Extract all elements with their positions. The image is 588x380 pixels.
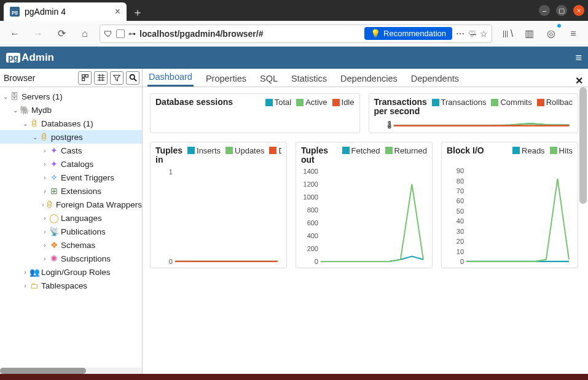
query-tool-button[interactable] [78, 71, 92, 85]
chevron-down-icon[interactable]: ⌄ [31, 134, 39, 141]
legend-swatch [537, 99, 544, 106]
tree-row-publications[interactable]: › 📡 Publications [0, 225, 142, 238]
tree-row-postgres[interactable]: ⌄ 🛢 postgres [0, 130, 142, 144]
view-data-button[interactable] [94, 71, 108, 85]
scrollbar-thumb[interactable] [0, 368, 86, 374]
catalogs-icon: ✦ [49, 159, 59, 169]
chevron-right-icon[interactable]: › [41, 242, 49, 249]
sidebar-toggle-icon[interactable]: ▥ [520, 25, 538, 42]
database-icon: 🛢 [29, 119, 39, 128]
pgadmin-logo[interactable]: pgAdmin [6, 52, 54, 64]
casts-icon: ✦ [49, 145, 59, 155]
legend-label: Commits [500, 98, 531, 107]
chevron-down-icon[interactable]: ⌄ [1, 93, 10, 100]
legend-swatch [265, 99, 273, 106]
chevron-right-icon[interactable]: › [41, 228, 49, 235]
panel-tuples-in: Tuples in Inserts Updates Deletes 01 [150, 142, 287, 268]
connection-icon[interactable]: ⊶ [128, 29, 136, 38]
nav-reload-button[interactable]: ⟳ [53, 25, 70, 42]
window-close-button[interactable]: × [573, 5, 584, 16]
tree-row-fdw[interactable]: › 🛢 Foreign Data Wrappers [0, 198, 142, 211]
panel-legend: Transactions Commits Rollbacks [432, 98, 573, 107]
tree-label: Tablespaces [41, 281, 87, 290]
tab-close-icon[interactable]: × [115, 7, 120, 17]
nav-forward-button[interactable]: → [29, 25, 47, 42]
window-maximize-button[interactable]: ▢ [556, 5, 567, 16]
scrollbar-thumb[interactable] [579, 87, 587, 204]
shield-icon[interactable]: 🛡 [104, 29, 112, 39]
sidebar-horizontal-scrollbar[interactable] [0, 368, 142, 374]
object-tree[interactable]: ⌄ 🗄 Servers (1) ⌄ 🐘 Mydb ⌄ 🛢 Databases (… [0, 87, 142, 368]
nav-back-button[interactable]: ← [6, 25, 23, 42]
svg-text:40: 40 [457, 217, 464, 225]
tree-row-login-roles[interactable]: › 👥 Login/Group Roles [0, 265, 142, 279]
tree-row-schemas[interactable]: › ❖ Schemas [0, 238, 142, 252]
chevron-down-icon[interactable]: ⌄ [11, 107, 20, 114]
tab-dashboard[interactable]: Dashboard [147, 69, 194, 87]
tab-dependencies[interactable]: Dependencies [339, 71, 399, 87]
panel-title: Tuples in [155, 146, 185, 165]
svg-text:80: 80 [457, 177, 464, 184]
window-controls: – ▢ × [539, 0, 584, 21]
library-icon[interactable]: ⫼\ [498, 25, 515, 42]
chevron-right-icon[interactable]: › [41, 215, 49, 222]
svg-text:1: 1 [169, 119, 173, 130]
browser-tab-title: pgAdmin 4 [25, 7, 66, 17]
legend-label: Updates [235, 146, 264, 155]
tree-row-servers[interactable]: ⌄ 🗄 Servers (1) [0, 90, 142, 103]
chevron-down-icon[interactable]: ⌄ [21, 120, 29, 127]
chevron-right-icon[interactable]: › [41, 188, 49, 195]
app-menu-icon[interactable]: ≡ [565, 25, 582, 42]
chevron-right-icon[interactable]: › [21, 269, 29, 276]
bookmark-star-icon[interactable]: ☆ [480, 29, 488, 39]
tab-dependents[interactable]: Dependents [410, 71, 460, 87]
legend-label: Hits [559, 146, 573, 155]
recommendation-button[interactable]: 💡 Recommendation [364, 27, 452, 40]
svg-point-0 [130, 75, 134, 79]
server-group-icon: 🗄 [10, 92, 20, 101]
tree-row-mydb[interactable]: ⌄ 🐘 Mydb [0, 103, 142, 117]
tree-row-catalogs[interactable]: › ✦ Catalogs [0, 157, 142, 171]
tree-row-tablespaces[interactable]: › 🗀 Tablespaces [0, 279, 142, 292]
tree-label: Login/Group Roles [41, 268, 111, 277]
chevron-right-icon[interactable]: › [41, 147, 49, 154]
filter-button[interactable] [110, 71, 123, 85]
chevron-right-icon[interactable]: › [21, 282, 29, 289]
page-info-icon[interactable] [116, 29, 125, 38]
svg-text:30: 30 [457, 227, 464, 235]
chevron-right-icon[interactable]: › [41, 174, 49, 181]
tree-row-event-triggers[interactable]: › ✧ Event Triggers [0, 171, 142, 184]
svg-text:70: 70 [457, 187, 464, 195]
tab-statistics[interactable]: Statistics [290, 71, 328, 87]
legend-swatch [342, 147, 350, 154]
legend-swatch [385, 147, 393, 154]
search-button[interactable] [126, 71, 139, 85]
chevron-right-icon[interactable]: › [41, 255, 49, 262]
chevron-right-icon[interactable]: › [41, 161, 49, 168]
tree-row-subscriptions[interactable]: › ✺ Subscriptions [0, 252, 142, 265]
chevron-right-icon[interactable]: › [41, 201, 45, 208]
dashboard-vertical-scrollbar[interactable] [579, 87, 587, 374]
tree-row-extensions[interactable]: › ⊞ Extensions [0, 184, 142, 198]
url-bar[interactable]: 🛡 ⊶ localhost/pgadmin4/browser/# 💡 Recom… [100, 25, 492, 43]
pgadmin-menu-icon[interactable]: ≡ [575, 52, 582, 64]
tablespaces-icon: 🗀 [29, 281, 39, 290]
window-minimize-button[interactable]: – [539, 5, 550, 16]
tab-properties[interactable]: Properties [205, 71, 248, 87]
reader-mode-icon[interactable]: ♡̶ [468, 29, 476, 39]
tree-row-languages[interactable]: › ◯ Languages [0, 211, 142, 225]
chart-block-io: 0102030405060708090 [447, 167, 573, 265]
url-menu-icon[interactable]: ⋯ [456, 29, 465, 39]
panel-sessions: Database sessions Total Active Idle 01 [150, 93, 360, 133]
sidebar-header: Browser [0, 69, 142, 87]
browser-tab[interactable]: pg pgAdmin 4 × [4, 2, 127, 21]
tree-row-databases[interactable]: ⌄ 🛢 Databases (1) [0, 117, 142, 130]
nav-home-button[interactable]: ⌂ [76, 25, 93, 42]
tree-row-casts[interactable]: › ✦ Casts [0, 144, 142, 157]
tree-label: Publications [61, 227, 106, 236]
tab-close-button[interactable]: ✕ [575, 75, 583, 87]
account-icon[interactable]: ◎ [543, 25, 560, 42]
tab-sql[interactable]: SQL [259, 71, 279, 87]
new-tab-button[interactable]: ＋ [129, 4, 146, 21]
legend-swatch [512, 147, 520, 154]
